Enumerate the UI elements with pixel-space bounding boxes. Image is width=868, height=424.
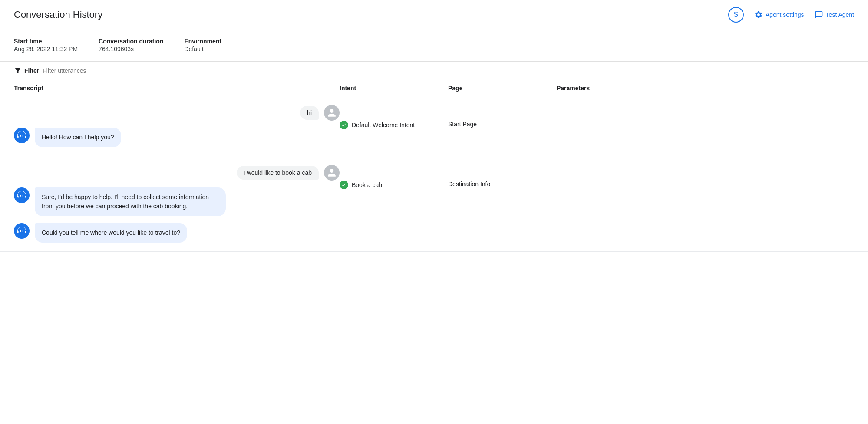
checkmark-icon [341, 182, 347, 187]
meta-start-time: Start time Aug 28, 2022 11:32 PM [14, 38, 78, 53]
user-bubble-2: I would like to book a cab [237, 166, 319, 180]
checkmark-icon [341, 122, 347, 128]
agent-bubble-1: Hello! How can I help you? [35, 128, 121, 147]
agent-bubble-2a: Sure, I'd be happy to help. I'll need to… [35, 187, 226, 216]
filter-bar: Filter [0, 62, 868, 80]
page-col-2: Destination Info [448, 165, 557, 187]
transcript-col-1: hi Hello! How can I help you? [14, 105, 340, 147]
table-row: hi Hello! How can I help you? [0, 96, 868, 156]
intent-label-1: Default Welcome Intent [352, 122, 415, 128]
headset-icon [17, 191, 26, 200]
person-icon [327, 168, 337, 177]
page-title: Conversation History [14, 9, 102, 20]
chat-icon [815, 10, 823, 19]
agent-message-row-2b: Could you tell me where would you like t… [14, 223, 340, 243]
agent-message-row-1: Hello! How can I help you? [14, 128, 340, 147]
intent-col-1: Default Welcome Intent [340, 105, 448, 129]
transcript-col-2: I would like to book a cab Sure, I'd be … [14, 165, 340, 243]
start-time-value: Aug 28, 2022 11:32 PM [14, 46, 78, 53]
test-agent-button[interactable]: Test Agent [815, 10, 854, 19]
user-message-row-2: I would like to book a cab [14, 165, 340, 181]
agent-message-row-2a: Sure, I'd be happy to help. I'll need to… [14, 187, 340, 216]
headset-icon [17, 131, 26, 140]
environment-value: Default [184, 46, 203, 53]
agent-settings-button[interactable]: Agent settings [754, 10, 804, 19]
person-icon [327, 108, 337, 118]
page-label-1: Start Page [448, 121, 557, 128]
meta-duration: Conversation duration 764.109603s [99, 38, 163, 53]
meta-section: Start time Aug 28, 2022 11:32 PM Convers… [0, 29, 868, 62]
params-col-2 [557, 165, 854, 181]
params-col-1 [557, 105, 854, 121]
user-bubble-1: hi [300, 106, 319, 120]
intent-col-2: Book a cab [340, 165, 448, 189]
filter-label: Filter [24, 67, 39, 74]
intent-label-2: Book a cab [352, 181, 382, 188]
meta-environment: Environment Default [184, 38, 221, 53]
environment-label: Environment [184, 38, 221, 45]
headset-icon [17, 226, 26, 236]
duration-value: 764.109603s [99, 46, 134, 53]
user-avatar-icon-1 [324, 105, 340, 121]
table-row: I would like to book a cab Sure, I'd be … [0, 156, 868, 252]
start-time-label: Start time [14, 38, 78, 45]
header: Conversation History S Agent settings Te… [0, 0, 868, 29]
table-header: Transcript Intent Page Parameters [0, 80, 868, 96]
agent-avatar-icon-1 [14, 128, 30, 143]
col-page: Page [448, 85, 557, 92]
gear-icon [754, 10, 763, 19]
filter-toggle[interactable]: Filter [14, 67, 39, 75]
user-avatar-icon-2 [324, 165, 340, 181]
filter-icon [14, 67, 22, 75]
page-label-2: Destination Info [448, 181, 557, 187]
duration-label: Conversation duration [99, 38, 163, 45]
agent-avatar-icon-2b [14, 223, 30, 239]
test-agent-label: Test Agent [826, 11, 854, 18]
page-col-1: Start Page [448, 105, 557, 128]
filter-input[interactable] [43, 67, 854, 74]
intent-item-2: Book a cab [340, 181, 448, 189]
agent-bubble-2b: Could you tell me where would you like t… [35, 223, 187, 243]
col-intent: Intent [340, 85, 448, 92]
check-icon-2 [340, 181, 348, 189]
agent-avatar-icon-2a [14, 187, 30, 203]
user-avatar[interactable]: S [728, 7, 744, 23]
col-parameters: Parameters [557, 85, 854, 92]
agent-settings-label: Agent settings [766, 11, 804, 18]
intent-item-1: Default Welcome Intent [340, 121, 448, 129]
header-actions: S Agent settings Test Agent [728, 7, 854, 23]
user-message-row-1: hi [14, 105, 340, 121]
check-icon-1 [340, 121, 348, 129]
col-transcript: Transcript [14, 85, 340, 92]
